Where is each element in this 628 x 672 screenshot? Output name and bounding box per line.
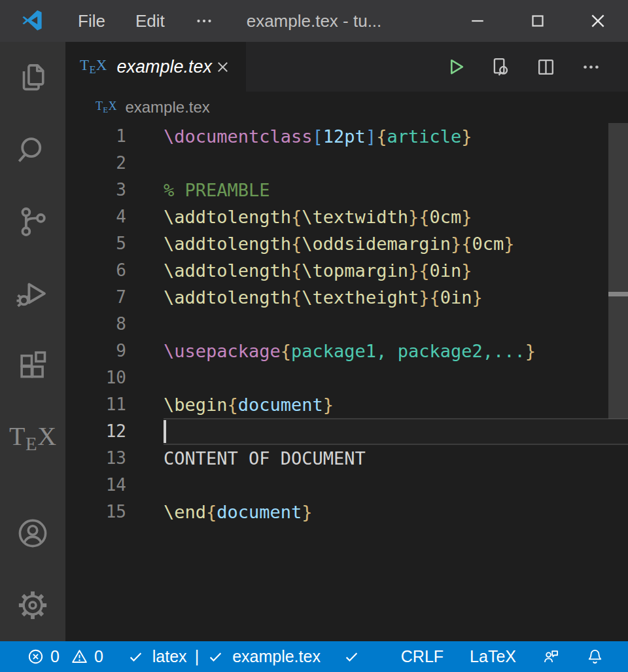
code-line[interactable]: 15\end{document} xyxy=(65,499,628,525)
line-number[interactable]: 4 xyxy=(65,203,126,230)
breadcrumb[interactable]: TEX example.tex xyxy=(65,92,628,123)
sidebar-item-run-debug[interactable] xyxy=(0,258,65,330)
linter-separator: | xyxy=(195,647,200,666)
title-bar: File Edit example.tex - tu... xyxy=(0,0,628,42)
check-icon xyxy=(127,648,145,665)
line-content: \addtolength{\oddsidemargin}{0cm} xyxy=(164,230,515,257)
search-icon xyxy=(15,132,50,168)
vscode-logo-icon xyxy=(21,10,43,32)
line-number[interactable]: 10 xyxy=(65,364,126,391)
scrollbar-slider[interactable] xyxy=(608,123,628,419)
feedback-item[interactable] xyxy=(535,641,567,672)
sidebar-item-settings[interactable] xyxy=(0,569,65,641)
check-icon xyxy=(343,648,360,665)
code-line[interactable]: 13CONTENT OF DOCUMENT xyxy=(65,445,628,472)
linter-status[interactable]: latex | example.tex xyxy=(120,641,328,672)
view-pdf-preview-icon[interactable] xyxy=(490,56,512,78)
tab-bar: TEX example.tex xyxy=(65,42,628,92)
activity-bar: TEX xyxy=(0,42,65,641)
line-content: \addtolength{\textwidth}{0cm} xyxy=(164,203,472,230)
line-number[interactable]: 7 xyxy=(65,284,126,311)
extensions-icon xyxy=(15,348,50,383)
menu-overflow-icon[interactable] xyxy=(180,0,228,42)
code-line[interactable]: 14 xyxy=(65,472,628,499)
sidebar-item-source-control[interactable] xyxy=(0,186,65,258)
eol-indicator[interactable]: CRLF xyxy=(394,641,451,672)
line-number[interactable]: 5 xyxy=(65,230,126,257)
code-line[interactable]: 4\addtolength{\textwidth}{0cm} xyxy=(65,203,628,230)
editor-actions xyxy=(445,42,628,92)
error-icon xyxy=(27,648,44,665)
language-mode[interactable]: LaTeX xyxy=(462,641,523,672)
tex-icon: TEX xyxy=(9,421,56,455)
code-line[interactable]: 10 xyxy=(65,364,628,391)
code-line[interactable]: 1\documentclass[12pt]{article} xyxy=(65,123,628,150)
sidebar-item-explorer[interactable] xyxy=(0,42,65,114)
code-line[interactable]: 5\addtolength{\oddsidemargin}{0cm} xyxy=(65,230,628,257)
sidebar-item-accounts[interactable] xyxy=(0,497,65,569)
more-actions-icon[interactable] xyxy=(580,56,602,78)
code-line[interactable]: 11\begin{document} xyxy=(65,391,628,418)
code-line[interactable]: 6\addtolength{\topmargin}{0in} xyxy=(65,257,628,284)
menu-file[interactable]: File xyxy=(63,0,120,42)
line-number[interactable]: 9 xyxy=(65,338,126,364)
notifications-item[interactable] xyxy=(579,641,611,672)
close-window-button[interactable] xyxy=(568,0,628,42)
source-control-icon xyxy=(15,204,50,239)
text-cursor xyxy=(164,420,166,443)
error-count: 0 xyxy=(50,647,60,666)
menu-edit[interactable]: Edit xyxy=(120,0,180,42)
warning-icon xyxy=(71,648,88,665)
line-number[interactable]: 2 xyxy=(65,150,126,177)
problems-status[interactable]: 0 0 xyxy=(20,641,111,672)
check-icon xyxy=(207,648,224,665)
breadcrumb-file[interactable]: example.tex xyxy=(125,98,209,116)
linter-name: latex xyxy=(152,647,187,666)
feedback-icon xyxy=(542,648,560,665)
code-line[interactable]: 7\addtolength{\textheight}{0in} xyxy=(65,284,628,311)
bell-icon xyxy=(586,648,604,665)
close-tab-icon[interactable] xyxy=(214,58,232,76)
line-number[interactable]: 13 xyxy=(65,445,126,472)
code-line[interactable]: 12 xyxy=(65,418,628,445)
split-editor-icon[interactable] xyxy=(535,56,557,78)
tab-label: example.tex xyxy=(116,57,212,77)
line-number[interactable]: 6 xyxy=(65,257,126,284)
line-number[interactable]: 8 xyxy=(65,311,126,338)
account-icon xyxy=(15,516,50,551)
line-number[interactable]: 14 xyxy=(65,472,126,499)
build-status[interactable] xyxy=(336,641,368,672)
code-lines: 1\documentclass[12pt]{article}23% PREAMB… xyxy=(65,123,628,525)
scrollbar[interactable] xyxy=(608,123,628,641)
files-icon xyxy=(15,60,50,96)
code-line[interactable]: 3% PREAMBLE xyxy=(65,177,628,203)
line-number[interactable]: 1 xyxy=(65,123,126,150)
line-number[interactable]: 11 xyxy=(65,391,126,418)
line-content: % PREAMBLE xyxy=(164,177,270,203)
sidebar-item-search[interactable] xyxy=(0,114,65,186)
tab-example-tex[interactable]: TEX example.tex xyxy=(65,42,246,92)
editor-group: TEX example.tex xyxy=(65,42,628,641)
code-line[interactable]: 8 xyxy=(65,311,628,338)
line-content: \usepackage{package1, package2,...} xyxy=(164,338,536,364)
maximize-button[interactable] xyxy=(508,0,568,42)
line-content: \begin{document} xyxy=(164,391,334,418)
line-number[interactable]: 15 xyxy=(65,499,126,525)
gear-icon xyxy=(15,588,50,623)
code-line[interactable]: 9\usepackage{package1, package2,...} xyxy=(65,338,628,364)
sidebar-item-latex-workshop[interactable]: TEX xyxy=(0,402,65,474)
line-content: \addtolength{\topmargin}{0in} xyxy=(164,257,472,284)
tex-file-icon: TEX xyxy=(96,99,116,115)
line-number[interactable]: 12 xyxy=(65,418,126,445)
code-line[interactable]: 2 xyxy=(65,150,628,177)
minimize-button[interactable] xyxy=(447,0,508,42)
warning-count: 0 xyxy=(94,647,103,666)
sidebar-item-extensions[interactable] xyxy=(0,330,65,402)
linter-file: example.tex xyxy=(232,647,321,666)
code-editor[interactable]: 1\documentclass[12pt]{article}23% PREAMB… xyxy=(65,123,628,641)
overview-ruler-cursor-marker xyxy=(608,292,628,296)
line-content: CONTENT OF DOCUMENT xyxy=(164,445,366,472)
run-build-icon[interactable] xyxy=(445,56,466,78)
debug-icon xyxy=(15,276,50,311)
line-number[interactable]: 3 xyxy=(65,177,126,203)
